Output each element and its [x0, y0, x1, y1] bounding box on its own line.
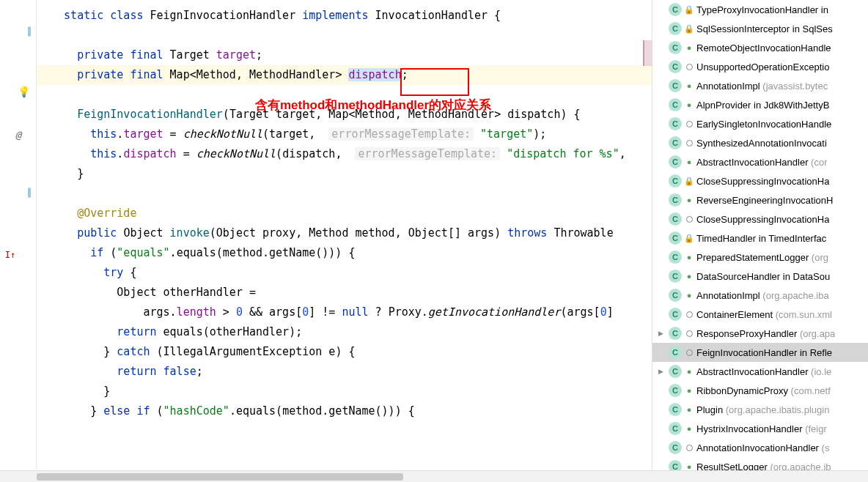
hierarchy-item[interactable]: C●Plugin (org.apache.ibatis.plugin	[652, 400, 868, 419]
hierarchy-label: CloseSuppressingInvocationHa	[696, 214, 829, 225]
class-icon: C	[669, 327, 682, 340]
hierarchy-item[interactable]: C●AlpnProvider in Jdk8WithJettyB	[652, 95, 868, 114]
class-icon: C	[669, 79, 682, 92]
class-icon: C	[669, 365, 682, 378]
hierarchy-label: CloseSuppressingInvocationHa	[696, 176, 829, 187]
hierarchy-panel[interactable]: C🔒TypeProxyInvocationHandler inC🔒SqlSess…	[652, 0, 868, 482]
class-icon: C	[669, 155, 682, 168]
impl-marker-icon[interactable]: I↑	[3, 248, 18, 262]
hierarchy-label: SynthesizedAnnotationInvocati	[696, 138, 827, 149]
hierarchy-label: AbstractInvocationHandler (cor	[696, 157, 827, 168]
hierarchy-item[interactable]: CSynthesizedAnnotationInvocati	[652, 133, 868, 152]
ring-icon	[685, 311, 694, 318]
scrollbar-thumb[interactable]	[37, 473, 403, 481]
class-icon: C	[669, 117, 682, 130]
impl-icon: ●	[685, 367, 694, 376]
hierarchy-item[interactable]: ▶C●AbstractInvocationHandler (io.le	[652, 362, 868, 381]
ring-icon	[685, 330, 694, 337]
hierarchy-item[interactable]: C🔒SqlSessionInterceptor in SqlSes	[652, 19, 868, 38]
impl-icon: ●	[685, 253, 694, 262]
hierarchy-label: RemoteObjectInvocationHandle	[696, 42, 831, 53]
hierarchy-label: ResponseProxyHandler (org.apa	[696, 328, 835, 339]
class-icon: C	[669, 41, 682, 54]
lock-icon: 🔒	[685, 234, 694, 243]
hierarchy-label: RibbonDynamicProxy (com.netf	[696, 385, 831, 396]
ring-icon	[685, 445, 694, 451]
class-icon: C	[669, 270, 682, 283]
class-icon: C	[669, 384, 682, 397]
fold-marker[interactable]	[28, 26, 31, 37]
hierarchy-item[interactable]: CEarlySingletonInvocationHandle	[652, 114, 868, 133]
ring-icon	[685, 121, 694, 127]
hierarchy-item[interactable]: C●AnnotationImpl (javassist.bytec	[652, 76, 868, 95]
override-icon: @	[11, 127, 26, 142]
hierarchy-item[interactable]: C●HystrixInvocationHandler (feigr	[652, 419, 868, 438]
hierarchy-item[interactable]: CUnsupportedOperationExceptio	[652, 57, 868, 76]
hierarchy-label: TypeProxyInvocationHandler in	[696, 4, 828, 15]
class-icon: C	[669, 231, 682, 245]
expand-icon[interactable]: ▶	[658, 368, 669, 375]
fold-marker[interactable]	[28, 188, 31, 198]
hierarchy-label: AnnotationImpl (org.apache.iba	[696, 290, 829, 301]
hierarchy-item[interactable]: C🔒CloseSuppressingInvocationHa	[652, 171, 868, 190]
class-icon: C	[669, 60, 682, 73]
class-icon: C	[669, 136, 682, 149]
hierarchy-label: EarlySingletonInvocationHandle	[696, 119, 831, 130]
hierarchy-item[interactable]: C●DataSourceHandler in DataSou	[652, 267, 868, 286]
hierarchy-item[interactable]: C●PreparedStatementLogger (org	[652, 248, 868, 267]
hierarchy-item[interactable]: CAnnotationInvocationHandler (s	[652, 438, 868, 457]
class-icon: C	[669, 174, 682, 188]
hierarchy-label: UnsupportedOperationExceptio	[696, 62, 829, 73]
class-icon: C	[669, 251, 682, 264]
class-icon: C	[669, 98, 682, 111]
ring-icon	[685, 140, 694, 147]
class-icon: C	[669, 308, 682, 321]
code-editor[interactable]: static class FeignInvocationHandler impl…	[37, 0, 652, 482]
hierarchy-label: AbstractInvocationHandler (io.le	[696, 366, 831, 377]
impl-icon: ●	[685, 43, 694, 52]
hierarchy-item[interactable]: CFeignInvocationHandler in Refle	[652, 343, 868, 362]
impl-icon: ●	[685, 424, 694, 433]
horizontal-scrollbar[interactable]	[0, 470, 868, 482]
impl-icon: ●	[685, 157, 694, 166]
hierarchy-item[interactable]: C●AbstractInvocationHandler (cor	[652, 152, 868, 171]
ring-icon	[685, 216, 694, 223]
hierarchy-label: AnnotationImpl (javassist.bytec	[696, 81, 828, 92]
hierarchy-label: HystrixInvocationHandler (feigr	[696, 423, 827, 434]
editor-gutter: 💡 @ I↑	[0, 0, 37, 482]
ring-icon	[685, 349, 694, 356]
hierarchy-item[interactable]: C🔒TimedHandler in TimedInterfac	[652, 229, 868, 248]
hierarchy-item[interactable]: C●RibbonDynamicProxy (com.netf	[652, 381, 868, 400]
lock-icon: 🔒	[685, 24, 694, 34]
hierarchy-label: PreparedStatementLogger (org	[696, 252, 828, 263]
hierarchy-label: ReverseEngineeringInvocationH	[696, 195, 833, 206]
expand-icon[interactable]: ▶	[658, 330, 669, 337]
impl-icon: ●	[685, 386, 694, 395]
impl-icon: ●	[685, 196, 694, 204]
class-icon: C	[669, 289, 682, 302]
hierarchy-label: FeignInvocationHandler in Refle	[696, 347, 832, 358]
hierarchy-item[interactable]: C●RemoteObjectInvocationHandle	[652, 38, 868, 57]
hierarchy-item[interactable]: ▶CResponseProxyHandler (org.apa	[652, 324, 868, 343]
hierarchy-item[interactable]: C🔒TypeProxyInvocationHandler in	[652, 0, 868, 19]
hierarchy-item[interactable]: C●ReverseEngineeringInvocationH	[652, 190, 868, 210]
class-icon: C	[669, 22, 682, 35]
class-icon: C	[669, 422, 682, 435]
hierarchy-label: TimedHandler in TimedInterfac	[696, 233, 826, 244]
hierarchy-item[interactable]: C●AnnotationImpl (org.apache.iba	[652, 286, 868, 305]
lock-icon: 🔒	[685, 177, 694, 186]
impl-icon: ●	[685, 100, 694, 109]
class-icon: C	[669, 403, 682, 416]
hierarchy-item[interactable]: CCloseSuppressingInvocationHa	[652, 210, 868, 229]
class-icon: C	[669, 3, 682, 16]
hierarchy-label: AlpnProvider in Jdk8WithJettyB	[696, 100, 829, 111]
impl-icon: ●	[685, 81, 694, 90]
impl-icon: ●	[685, 272, 694, 281]
bulb-icon[interactable]: 💡	[16, 84, 31, 99]
hierarchy-item[interactable]: CContainerElement (com.sun.xml	[652, 305, 868, 324]
class-icon: C	[669, 193, 682, 207]
class-icon: C	[669, 346, 682, 359]
class-icon: C	[669, 212, 682, 226]
impl-icon: ●	[685, 405, 694, 414]
impl-icon: ●	[685, 291, 694, 300]
